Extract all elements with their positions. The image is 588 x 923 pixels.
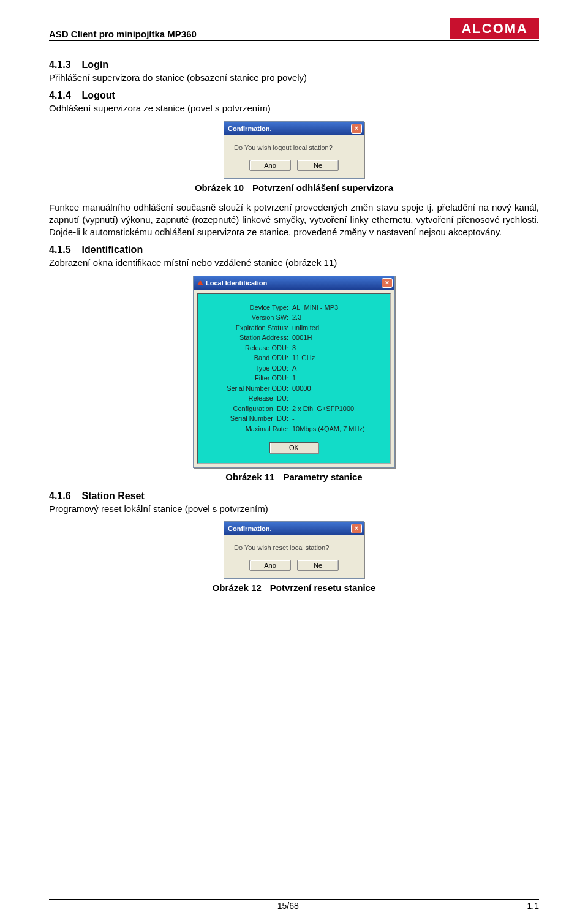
- heading-number: 4.1.3: [49, 59, 71, 70]
- identification-row: Station Address:0001H: [206, 333, 382, 343]
- page-number: 15/68: [277, 901, 299, 911]
- heading-text: Logout: [82, 90, 115, 100]
- id-label: Station Address:: [206, 333, 292, 343]
- dialog-title: Confirmation.: [228, 525, 272, 532]
- identification-row: Serial Number IDU:-: [206, 413, 382, 424]
- dialog-question: Do You wish reset local station?: [234, 544, 354, 551]
- heading-text: Station Reset: [82, 491, 145, 501]
- id-label: Device Type:: [206, 303, 292, 313]
- doc-title: ASD Client pro minipojítka MP360: [49, 29, 197, 39]
- id-label: Filter ODU:: [206, 373, 292, 383]
- identification-row: Maximal Rate:10Mbps (4QAM, 7 MHz): [206, 424, 382, 434]
- confirmation-dialog-reset: Confirmation. × Do You wish reset local …: [224, 521, 364, 579]
- identification-dialog: Local Identification × Device Type:AL_MI…: [193, 276, 395, 469]
- page-header: ASD Client pro minipojítka MP360 ALCOMA: [49, 18, 539, 41]
- id-label: Release IDU:: [206, 393, 292, 404]
- dialog-titlebar: Confirmation. ×: [224, 122, 364, 135]
- id-label: Configuration IDU:: [206, 404, 292, 414]
- dialog-title: Local Identification: [206, 279, 267, 287]
- close-icon[interactable]: ×: [351, 524, 362, 533]
- heading-station-reset: 4.1.6Station Reset: [49, 491, 539, 502]
- dialog-titlebar: Confirmation. ×: [224, 522, 364, 535]
- id-label: Release ODU:: [206, 343, 292, 353]
- id-value: 0001H: [292, 333, 382, 343]
- id-label: Expiration Status:: [206, 323, 292, 333]
- heading-number: 4.1.6: [49, 491, 71, 501]
- id-label: Serial Number ODU:: [206, 383, 292, 394]
- dialog-titlebar: Local Identification ×: [194, 276, 394, 290]
- brand-logo: ALCOMA: [450, 18, 539, 39]
- para-station-reset: Programový reset lokální stanice (povel …: [49, 503, 539, 515]
- close-icon[interactable]: ×: [351, 124, 362, 134]
- figure-caption-text: Potvrzení resetu stanice: [270, 582, 376, 593]
- identification-row: Device Type:AL_MINI - MP3: [206, 303, 382, 313]
- heading-login: 4.1.3Login: [49, 59, 539, 70]
- id-label: Band ODU:: [206, 353, 292, 363]
- para-login: Přihlášení supervizora do stanice (obsaz…: [49, 72, 539, 84]
- figure-caption-text: Potvrzení odhlášení supervizora: [252, 183, 393, 193]
- para-logout: Odhlášení supervizora ze stanice (povel …: [49, 102, 539, 115]
- id-value: -: [292, 393, 382, 404]
- heading-text: Identification: [82, 244, 143, 255]
- identification-row: Type ODU:A: [206, 363, 382, 374]
- heading-logout: 4.1.4Logout: [49, 90, 539, 101]
- id-value: 3: [292, 343, 382, 353]
- figure-caption-text: Parametry stanice: [283, 472, 362, 482]
- id-value: 10Mbps (4QAM, 7 MHz): [292, 424, 382, 434]
- figure-label: Obrázek 11: [225, 472, 274, 482]
- figure10-caption: Obrázek 10Potvrzení odhlášení supervizor…: [49, 183, 539, 193]
- para-identification: Zobrazení okna identifikace místní nebo …: [49, 257, 539, 269]
- app-icon: [197, 280, 203, 285]
- identification-panel: Device Type:AL_MINI - MP3Version SW:2.3E…: [197, 293, 391, 464]
- figure-label: Obrázek 12: [213, 582, 262, 593]
- yes-button[interactable]: Ano: [249, 160, 291, 171]
- identification-row: Release ODU:3: [206, 343, 382, 353]
- identification-row: Version SW:2.3: [206, 312, 382, 323]
- id-label: Maximal Rate:: [206, 424, 292, 434]
- doc-version: 1.1: [527, 901, 539, 911]
- ok-button[interactable]: OK: [270, 442, 318, 453]
- id-label: Serial Number IDU:: [206, 413, 292, 424]
- identification-row: Expiration Status:unlimited: [206, 323, 382, 333]
- id-value: -: [292, 413, 382, 424]
- id-value: unlimited: [292, 323, 382, 333]
- figure11-caption: Obrázek 11Parametry stanice: [49, 472, 539, 482]
- dialog-question: Do You wish logout local station?: [234, 144, 354, 151]
- id-value: 1: [292, 373, 382, 383]
- dialog-title: Confirmation.: [228, 125, 272, 132]
- id-label: Type ODU:: [206, 363, 292, 374]
- yes-button[interactable]: Ano: [249, 560, 291, 571]
- confirmation-dialog-logout: Confirmation. × Do You wish logout local…: [224, 121, 364, 179]
- identification-row: Filter ODU:1: [206, 373, 382, 383]
- id-value: 2.3: [292, 312, 382, 323]
- heading-text: Login: [82, 59, 109, 70]
- close-icon[interactable]: ×: [382, 278, 393, 288]
- page-footer: 15/68 1.1: [49, 899, 539, 911]
- heading-number: 4.1.4: [49, 90, 71, 100]
- id-value: 2 x Eth_G+SFP1000: [292, 404, 382, 414]
- id-value: A: [292, 363, 382, 374]
- identification-row: Release IDU:-: [206, 393, 382, 404]
- heading-number: 4.1.5: [49, 244, 71, 255]
- no-button[interactable]: Ne: [297, 160, 339, 171]
- figure12-caption: Obrázek 12Potvrzení resetu stanice: [49, 582, 539, 593]
- heading-identification: 4.1.5Identification: [49, 244, 539, 255]
- figure-label: Obrázek 10: [195, 183, 244, 193]
- id-value: 11 GHz: [292, 353, 382, 363]
- id-value: 00000: [292, 383, 382, 394]
- id-label: Version SW:: [206, 312, 292, 323]
- para-logout-detail: Funkce manuálního odhlášení současně slo…: [49, 202, 539, 239]
- id-value: AL_MINI - MP3: [292, 303, 382, 313]
- no-button[interactable]: Ne: [297, 560, 339, 571]
- identification-row: Band ODU:11 GHz: [206, 353, 382, 363]
- identification-row: Configuration IDU:2 x Eth_G+SFP1000: [206, 404, 382, 414]
- identification-row: Serial Number ODU:00000: [206, 383, 382, 394]
